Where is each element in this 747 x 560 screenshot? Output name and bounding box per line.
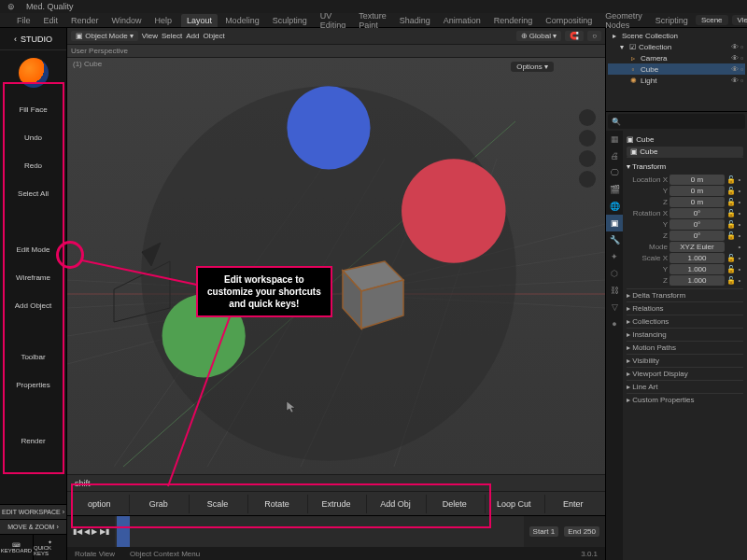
key-addobj[interactable]: Add Obj — [366, 495, 423, 513]
key-grab[interactable]: Grab — [129, 495, 186, 513]
studio-wireframe[interactable]: Wireframe — [0, 263, 66, 291]
persp-toggle-icon[interactable] — [579, 171, 596, 188]
loc-y[interactable]: 0 m — [669, 186, 725, 196]
key-delete[interactable]: Delete — [426, 495, 483, 513]
quick-keys-icon[interactable]: ✦QUICK KEYS — [33, 534, 66, 560]
tab-view-icon[interactable]: 🖵 — [606, 164, 623, 181]
studio-redo[interactable]: Redo — [0, 151, 66, 179]
rot-x[interactable]: 0° — [669, 208, 725, 218]
mode-selector[interactable]: ▣ Object Mode ▾ — [71, 31, 138, 41]
outliner-cube[interactable]: ▫Cube👁 ▫ — [608, 63, 745, 75]
key-option[interactable]: option — [71, 495, 127, 513]
workspace-rendering[interactable]: Rendering — [488, 14, 539, 27]
key-loopcut[interactable]: Loop Cut — [485, 495, 542, 513]
scale-z[interactable]: 1.000 — [669, 275, 725, 286]
workspace-shading[interactable]: Shading — [394, 14, 436, 27]
keyboard-icon[interactable]: ⌨KEYBOARD — [0, 534, 33, 560]
loc-x[interactable]: 0 m — [669, 175, 725, 185]
key-rotate[interactable]: Rotate — [247, 495, 304, 513]
section-custom[interactable]: ▸ Custom Properties — [627, 393, 743, 406]
move-zoom-button[interactable]: MOVE & ZOOM › — [0, 519, 66, 534]
snap-toggle[interactable]: 🧲 — [565, 31, 584, 41]
outliner-camera[interactable]: ▹Camera👁 ▫ — [608, 52, 745, 63]
header-select[interactable]: Select — [162, 32, 182, 40]
move-view-icon[interactable] — [579, 130, 596, 147]
key-scale[interactable]: Scale — [189, 495, 246, 513]
menu-help[interactable]: Help — [149, 14, 178, 27]
menu-file[interactable]: File — [11, 14, 36, 27]
tab-world-icon[interactable]: 🌐 — [606, 198, 623, 215]
menu-edit[interactable]: Edit — [38, 14, 64, 27]
outliner-collection[interactable]: ▾☑Collection👁 ▫ — [608, 41, 745, 52]
key-extrude[interactable]: Extrude — [307, 495, 364, 513]
workspace-compositing[interactable]: Compositing — [540, 14, 598, 27]
header-object[interactable]: Object — [204, 32, 225, 40]
section-display[interactable]: ▸ Viewport Display — [627, 367, 743, 380]
tab-material-icon[interactable]: ● — [606, 315, 623, 332]
outliner-scene-collection[interactable]: ▸Scene Collection — [608, 30, 745, 41]
zoom-icon[interactable] — [579, 109, 596, 126]
playback-controls[interactable]: ▮◀ ◀ ▶ ▶▮ — [73, 527, 109, 536]
shift-label: shift — [75, 479, 91, 488]
studio-add-object[interactable]: Add Object — [0, 291, 66, 319]
viewlayer-selector[interactable]: ViewLayer — [732, 15, 747, 25]
section-collections[interactable]: ▸ Collections — [627, 315, 743, 328]
key-enter[interactable]: Enter — [544, 495, 601, 513]
tab-object-icon[interactable]: ▣ — [606, 215, 623, 231]
app-menubar: File Edit Render Window Help Layout Mode… — [0, 13, 747, 28]
rot-mode[interactable]: XYZ Euler — [669, 242, 725, 252]
menu-window[interactable]: Window — [106, 14, 148, 27]
3d-viewport[interactable]: (1) Cube Options ▾ — [67, 58, 605, 474]
section-delta[interactable]: ▸ Delta Transform — [627, 288, 743, 301]
chevron-left-icon[interactable]: ‹ — [14, 35, 17, 44]
tab-modifiers-icon[interactable]: 🔧 — [606, 231, 623, 248]
scale-x[interactable]: 1.000 — [669, 253, 725, 263]
studio-fill-face[interactable]: Fill Face — [0, 95, 66, 123]
tab-particles-icon[interactable]: ✦ — [606, 248, 623, 265]
header-add[interactable]: Add — [186, 32, 199, 40]
tab-scene-icon[interactable]: 🎬 — [606, 181, 623, 198]
section-instancing[interactable]: ▸ Instancing — [627, 328, 743, 341]
start-frame[interactable]: Start 1 — [529, 526, 559, 537]
section-relations[interactable]: ▸ Relations — [627, 301, 743, 315]
workspace-modeling[interactable]: Modeling — [219, 14, 265, 27]
outliner[interactable]: ▸Scene Collection ▾☑Collection👁 ▫ ▹Camer… — [606, 28, 747, 112]
tab-data-icon[interactable]: ▽ — [606, 299, 623, 315]
loc-z[interactable]: 0 m — [669, 197, 725, 207]
rot-y[interactable]: 0° — [669, 219, 725, 230]
header-view[interactable]: View — [142, 32, 158, 40]
section-visibility[interactable]: ▸ Visibility — [627, 354, 743, 367]
rot-z[interactable]: 0° — [669, 231, 725, 241]
props-search[interactable]: 🔍 — [608, 114, 745, 129]
scene-selector[interactable]: Scene — [696, 15, 728, 25]
studio-select-all[interactable]: Select All — [0, 179, 66, 207]
workspace-layout[interactable]: Layout — [181, 14, 218, 27]
studio-render[interactable]: Render — [0, 427, 66, 455]
transform-section[interactable]: ▾ Transform — [627, 160, 743, 174]
section-lineart[interactable]: ▸ Line Art — [627, 380, 743, 393]
studio-undo[interactable]: Undo — [0, 123, 66, 151]
tab-constraints-icon[interactable]: ⛓ — [606, 282, 623, 299]
props-data-name[interactable]: ▣ Cube — [627, 147, 743, 157]
orientation-selector[interactable]: ⊕ Global ▾ — [516, 31, 562, 41]
section-motion[interactable]: ▸ Motion Paths — [627, 341, 743, 354]
camera-view-icon[interactable] — [579, 150, 596, 167]
timeline[interactable]: ▮◀ ◀ ▶ ▶▮ Start 1 End 250 — [67, 515, 605, 547]
studio-properties[interactable]: Properties — [0, 371, 66, 399]
edit-workspace-button[interactable]: EDIT WORKSPACE › — [0, 504, 66, 519]
tab-render-icon[interactable]: ▦ — [606, 131, 623, 147]
workspace-sculpting[interactable]: Sculpting — [267, 14, 313, 27]
status-context: Object Context Menu — [130, 550, 200, 558]
workspace-scripting[interactable]: Scripting — [650, 14, 694, 27]
end-frame[interactable]: End 250 — [564, 526, 599, 537]
menu-render[interactable]: Render — [65, 14, 105, 27]
proportional-toggle[interactable]: ○ — [587, 31, 601, 41]
scale-y[interactable]: 1.000 — [669, 264, 725, 274]
tab-physics-icon[interactable]: ⬡ — [606, 265, 623, 282]
outliner-light[interactable]: ✺Light👁 ▫ — [608, 75, 745, 86]
tab-output-icon[interactable]: 🖨 — [606, 147, 623, 164]
timeline-ruler[interactable] — [115, 516, 524, 547]
studio-toolbar[interactable]: Toolbar — [0, 343, 66, 371]
workspace-animation[interactable]: Animation — [438, 14, 486, 27]
nav-gizmo-icon[interactable] — [67, 65, 598, 474]
